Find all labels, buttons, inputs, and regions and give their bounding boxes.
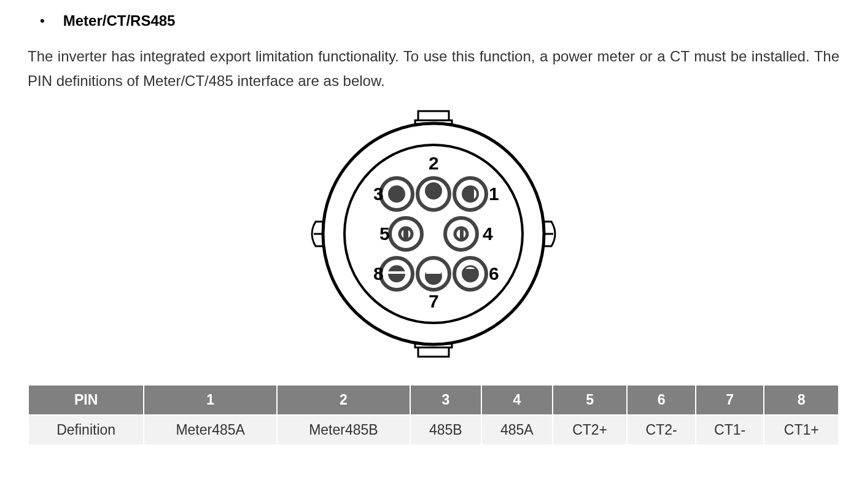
pin-3-label: 3 (373, 184, 384, 204)
col-head-3: 3 (410, 385, 481, 415)
cell-pin4: 485A (481, 415, 553, 445)
col-head-5: 5 (553, 385, 627, 415)
col-head-8: 8 (764, 385, 839, 415)
section-body-text: The inverter has integrated export limit… (28, 44, 839, 93)
connector-diagram: 3 2 1 5 4 (28, 99, 839, 369)
cell-pin8: CT1+ (764, 415, 839, 445)
col-head-4: 4 (481, 385, 553, 415)
bullet-icon: • (28, 14, 45, 28)
svg-point-5 (388, 185, 405, 203)
col-head-7: 7 (696, 385, 764, 415)
svg-point-7 (425, 182, 442, 200)
pin-2-label: 2 (429, 153, 439, 173)
svg-rect-12 (403, 229, 408, 239)
section-heading-row: • Meter/CT/RS485 (28, 12, 839, 29)
pin-6-label: 6 (489, 263, 499, 284)
cell-pin3: 485B (410, 415, 481, 445)
pin-1-label: 1 (489, 184, 499, 204)
cell-pin2: Meter485B (277, 415, 410, 445)
cell-pin5: CT2+ (553, 415, 627, 445)
svg-rect-15 (460, 229, 464, 239)
section-heading: Meter/CT/RS485 (63, 12, 176, 29)
cell-pin6: CT2- (627, 415, 696, 445)
table-row: Definition Meter485A Meter485B 485B 485A… (28, 415, 839, 445)
col-head-6: 6 (627, 385, 696, 415)
connector-svg: 3 2 1 5 4 (305, 99, 562, 369)
col-head-2: 2 (277, 385, 410, 415)
pin-definition-table: PIN 1 2 3 4 5 6 7 8 Definition Meter485A… (28, 384, 839, 446)
cell-pin1: Meter485A (144, 415, 277, 445)
row-label-definition: Definition (28, 415, 144, 445)
pin-7-label: 7 (429, 291, 439, 311)
col-head-pin: PIN (28, 385, 144, 415)
svg-rect-18 (388, 271, 405, 274)
pin-4-label: 4 (483, 223, 493, 244)
table-header-row: PIN 1 2 3 4 5 6 7 8 (28, 385, 839, 415)
svg-rect-21 (426, 268, 441, 274)
pin-5-label: 5 (379, 223, 390, 244)
cell-pin7: CT1- (696, 415, 764, 445)
col-head-1: 1 (144, 385, 277, 415)
pin-8-label: 8 (373, 263, 384, 284)
